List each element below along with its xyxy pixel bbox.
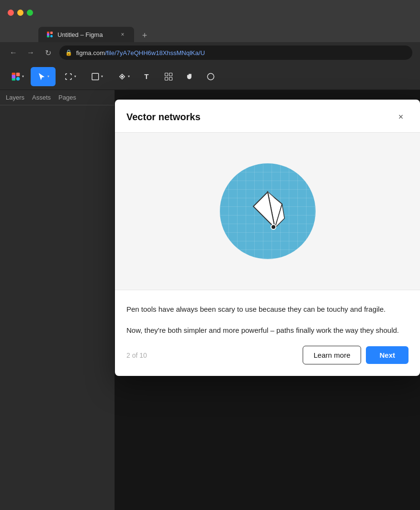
sidebar-tabs: Layers Assets Pages <box>0 90 114 105</box>
svg-point-3 <box>50 35 53 37</box>
lock-icon: 🔒 <box>65 49 72 56</box>
modal-header: Vector networks × <box>115 100 420 132</box>
select-tool-button[interactable]: ▾ <box>31 67 56 86</box>
modal-title: Vector networks <box>126 112 201 123</box>
tab-bar: Untitled – Figma × + <box>0 25 420 42</box>
tab-close-button[interactable]: × <box>119 31 126 38</box>
sidebar-tab-pages[interactable]: Pages <box>58 94 76 105</box>
svg-rect-21 <box>165 73 168 76</box>
svg-rect-22 <box>170 73 172 76</box>
svg-rect-23 <box>165 77 168 80</box>
traffic-light-close[interactable] <box>8 10 14 16</box>
svg-rect-9 <box>11 75 15 79</box>
modal-footer: 2 of 10 Learn more Next <box>126 346 409 366</box>
pen-icon-circle <box>220 163 316 259</box>
sidebar-tab-layers[interactable]: Layers <box>6 94 24 105</box>
hand-tool-button[interactable] <box>180 67 199 86</box>
text-tool-button[interactable]: T <box>138 67 157 86</box>
modal-image-area <box>115 132 420 290</box>
modal-content: Pen tools have always been scary to use … <box>115 290 420 376</box>
reload-button[interactable]: ↻ <box>42 47 54 58</box>
new-tab-button[interactable]: + <box>138 29 151 42</box>
back-button[interactable]: ← <box>8 47 19 58</box>
main-area: Layers Assets Pages Vector networks × <box>0 90 420 510</box>
svg-rect-4 <box>47 34 49 36</box>
modal-dialog: Vector networks × <box>115 100 420 376</box>
pen-tool-button[interactable]: ▾ <box>111 67 136 86</box>
svg-rect-24 <box>170 77 172 80</box>
modal-body-text-1: Pen tools have always been scary to use … <box>126 304 409 315</box>
modal-overlay: Vector networks × <box>115 90 420 510</box>
comment-tool-button[interactable] <box>201 67 220 86</box>
step-counter: 2 of 10 <box>126 351 147 359</box>
next-button[interactable]: Next <box>366 346 409 364</box>
tab-title: Untitled – Figma <box>57 31 115 38</box>
forward-button[interactable]: → <box>25 47 36 58</box>
svg-point-19 <box>121 76 123 77</box>
active-tab[interactable]: Untitled – Figma × <box>38 27 134 42</box>
traffic-lights <box>8 10 33 16</box>
svg-rect-1 <box>50 32 53 34</box>
svg-text:T: T <box>144 72 148 80</box>
shape-tool-button[interactable]: ▾ <box>84 67 109 86</box>
sidebar-tab-assets[interactable]: Assets <box>32 94 51 105</box>
svg-point-8 <box>16 77 20 80</box>
url-domain: figma.com <box>76 49 105 57</box>
svg-point-29 <box>271 225 276 229</box>
url-bar[interactable]: 🔒 figma.com/file/7yA7eQHH6w18XhssMNqlKa/… <box>59 45 412 60</box>
footer-buttons: Learn more Next <box>303 346 409 364</box>
url-text: figma.com/file/7yA7eQHH6w18XhssMNqlKa/U <box>76 49 205 57</box>
url-path: /file/7yA7eQHH6w18XhssMNqlKa/U <box>105 49 205 57</box>
learn-more-button[interactable]: Learn more <box>303 346 362 364</box>
figma-menu-button[interactable]: ▾ <box>6 67 29 86</box>
title-bar <box>0 0 420 25</box>
svg-rect-18 <box>92 73 99 80</box>
component-tool-button[interactable] <box>159 67 178 86</box>
figma-toolbar: ▾ ▾ ▾ ▾ ▾ <box>0 63 420 90</box>
svg-rect-6 <box>16 72 20 76</box>
sidebar: Layers Assets Pages <box>0 90 115 510</box>
svg-point-25 <box>207 73 214 80</box>
traffic-light-minimize[interactable] <box>17 10 23 16</box>
pen-tool-icon <box>241 185 294 238</box>
modal-body-text-2: Now, they're both simpler and more power… <box>126 325 409 336</box>
frame-tool-button[interactable]: ▾ <box>57 67 82 86</box>
modal-close-button[interactable]: × <box>393 109 409 125</box>
tab-favicon <box>46 31 54 38</box>
address-bar: ← → ↻ 🔒 figma.com/file/7yA7eQHH6w18XhssM… <box>0 42 420 63</box>
canvas-area: Vector networks × <box>115 90 420 510</box>
traffic-light-maximize[interactable] <box>27 10 33 16</box>
